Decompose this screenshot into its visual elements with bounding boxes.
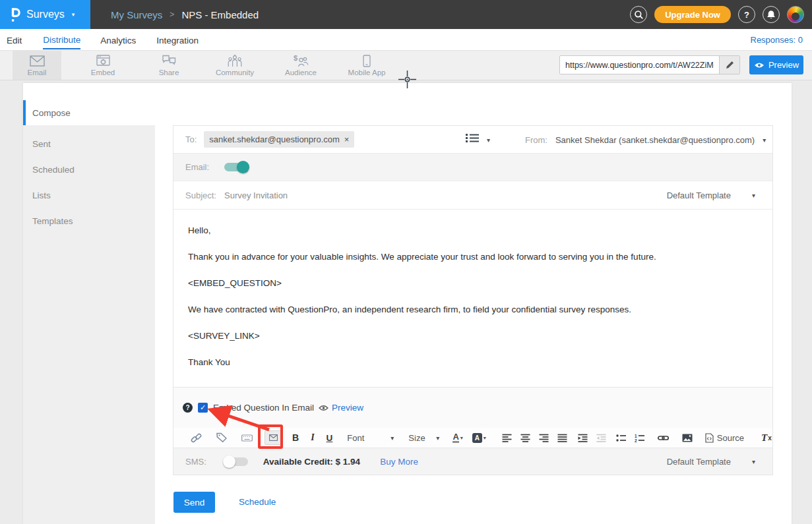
bulleted-list-icon[interactable] xyxy=(616,434,626,442)
keyboard-icon[interactable] xyxy=(241,432,253,443)
upgrade-now-button[interactable]: Upgrade Now xyxy=(654,6,731,23)
font-dropdown[interactable]: Font ▾ xyxy=(347,433,394,443)
help-icon[interactable]: ? xyxy=(183,403,193,413)
numbered-list-icon[interactable]: 1 2 xyxy=(635,434,644,442)
remove-format-icon[interactable]: T x xyxy=(761,432,772,444)
eye-icon xyxy=(754,62,765,69)
body-line: Hello, xyxy=(188,218,758,244)
product-switcher[interactable]: Surveys ▾ xyxy=(0,0,90,29)
tab-edit[interactable]: Edit xyxy=(7,31,22,49)
align-right-icon[interactable] xyxy=(539,434,549,442)
embed-question-row: ? ✓ Embed Question In Email Preview xyxy=(173,388,772,428)
channel-audience[interactable]: $ Audience xyxy=(276,51,325,80)
help-button[interactable]: ? xyxy=(738,6,755,23)
embed-question-checkbox[interactable]: ✓ xyxy=(198,403,208,413)
survey-url-input[interactable] xyxy=(560,56,719,74)
indent-icon[interactable] xyxy=(578,434,588,442)
recipient-chip[interactable]: sanket.shekdar@questionpro.com × xyxy=(204,131,354,148)
channel-mobile-app[interactable]: Mobile App xyxy=(342,51,391,80)
subject-label: Subject: xyxy=(185,190,216,200)
embed-preview-link[interactable]: Preview xyxy=(332,403,363,413)
from-value: Sanket Shekdar (sanket.shekdar@questionp… xyxy=(555,135,755,145)
email-label: Email: xyxy=(185,162,209,172)
text-color-button[interactable]: A ▾ xyxy=(453,432,462,443)
buy-more-link[interactable]: Buy More xyxy=(380,457,418,467)
align-left-icon[interactable] xyxy=(502,434,512,442)
email-toggle-row: Email: xyxy=(173,154,772,181)
bold-button[interactable]: B xyxy=(292,432,299,443)
channel-label: Mobile App xyxy=(348,69,386,76)
outdent-icon[interactable] xyxy=(596,434,606,442)
italic-button[interactable]: I xyxy=(311,432,314,443)
preview-button[interactable]: Preview xyxy=(749,55,803,74)
size-dropdown[interactable]: Size ▾ xyxy=(408,433,439,443)
edit-url-button[interactable] xyxy=(719,56,739,74)
template-value: Default Template xyxy=(667,457,731,467)
channel-embed[interactable]: Embed xyxy=(78,51,127,80)
contact-list-icon[interactable] xyxy=(466,133,479,143)
svg-text:1: 1 xyxy=(635,434,637,438)
breadcrumb-separator: > xyxy=(170,10,174,19)
align-center-icon[interactable] xyxy=(520,434,530,442)
sms-row: SMS: Available Credit: $ 1.94 Buy More D… xyxy=(173,448,772,475)
app-screen: Surveys ▾ My Surveys > NPS - Embedded Up… xyxy=(0,0,812,524)
tab-integration[interactable]: Integration xyxy=(156,31,199,49)
sidebar-item-templates[interactable]: Templates xyxy=(23,208,155,234)
tab-distribute[interactable]: Distribute xyxy=(43,30,80,49)
subject-input[interactable]: Survey Invitation xyxy=(224,190,288,200)
channel-label: Embed xyxy=(91,69,115,76)
sms-template-dropdown[interactable]: Default Template ▾ xyxy=(667,448,755,475)
embed-question-label: Embed Question In Email xyxy=(213,403,314,413)
channel-share[interactable]: Share xyxy=(144,51,193,80)
responses-count[interactable]: Responses: 0 xyxy=(751,35,803,45)
embed-window-icon xyxy=(96,54,110,67)
email-toggle[interactable] xyxy=(224,163,248,171)
channel-label: Email xyxy=(28,69,47,76)
sidebar-item-compose[interactable]: Compose xyxy=(23,100,155,125)
from-selector[interactable]: From: Sanket Shekdar (sanket.shekdar@que… xyxy=(525,126,766,154)
top-bar: Surveys ▾ My Surveys > NPS - Embedded Up… xyxy=(0,0,812,29)
sms-toggle[interactable] xyxy=(224,457,248,466)
sidebar-item-lists[interactable]: Lists xyxy=(23,183,155,208)
channel-email[interactable]: Email xyxy=(13,51,61,80)
sidebar-item-sent[interactable]: Sent xyxy=(23,131,155,157)
annotation-highlight-box xyxy=(258,424,283,449)
bell-icon xyxy=(766,10,776,20)
insert-link-icon[interactable] xyxy=(191,432,202,444)
chevron-down-icon: ▾ xyxy=(752,192,755,199)
send-button[interactable]: Send xyxy=(173,492,215,513)
underline-button[interactable]: U xyxy=(327,433,333,443)
envelope-icon xyxy=(30,54,45,67)
body-line: <SURVEY_LINK> xyxy=(188,323,758,349)
chevron-down-icon: ▾ xyxy=(436,434,439,442)
body-line: <EMBED_QUESTION> xyxy=(188,270,758,297)
template-value: Default Template xyxy=(667,190,731,200)
eye-icon[interactable] xyxy=(319,405,328,411)
available-credit: Available Credit: $ 1.94 xyxy=(263,457,360,467)
remove-recipient-icon[interactable]: × xyxy=(344,136,350,143)
tab-analytics[interactable]: Analytics xyxy=(100,31,136,49)
background-color-button[interactable]: A ▾ xyxy=(472,433,486,443)
breadcrumb-my-surveys[interactable]: My Surveys xyxy=(111,9,162,20)
insert-image-icon[interactable] xyxy=(682,434,693,442)
avatar[interactable] xyxy=(787,6,804,23)
svg-text:$: $ xyxy=(294,55,297,62)
channel-community[interactable]: Community xyxy=(210,51,259,80)
question-mark-icon: ? xyxy=(744,10,749,20)
sidebar-item-label: Scheduled xyxy=(32,165,75,175)
list-dropdown-caret-icon[interactable]: ▾ xyxy=(487,136,490,144)
search-button[interactable] xyxy=(630,6,647,23)
merge-tag-icon[interactable] xyxy=(216,432,227,443)
justify-icon[interactable] xyxy=(557,434,567,442)
hyperlink-icon[interactable] xyxy=(658,433,669,443)
source-button[interactable]: Source xyxy=(705,433,744,443)
dollar-people-icon: $ xyxy=(293,54,309,67)
sidebar-item-scheduled[interactable]: Scheduled xyxy=(23,157,155,183)
to-row: To: sanket.shekdar@questionpro.com × ▾ F… xyxy=(173,126,772,154)
breadcrumb: My Surveys > NPS - Embedded xyxy=(111,0,259,29)
schedule-link[interactable]: Schedule xyxy=(239,497,276,507)
email-template-dropdown[interactable]: Default Template ▾ xyxy=(667,181,755,209)
notifications-button[interactable] xyxy=(763,6,780,23)
email-body-editor[interactable]: Hello, Thank you in advance for your val… xyxy=(173,210,772,388)
font-dropdown-value: Font xyxy=(347,433,381,443)
